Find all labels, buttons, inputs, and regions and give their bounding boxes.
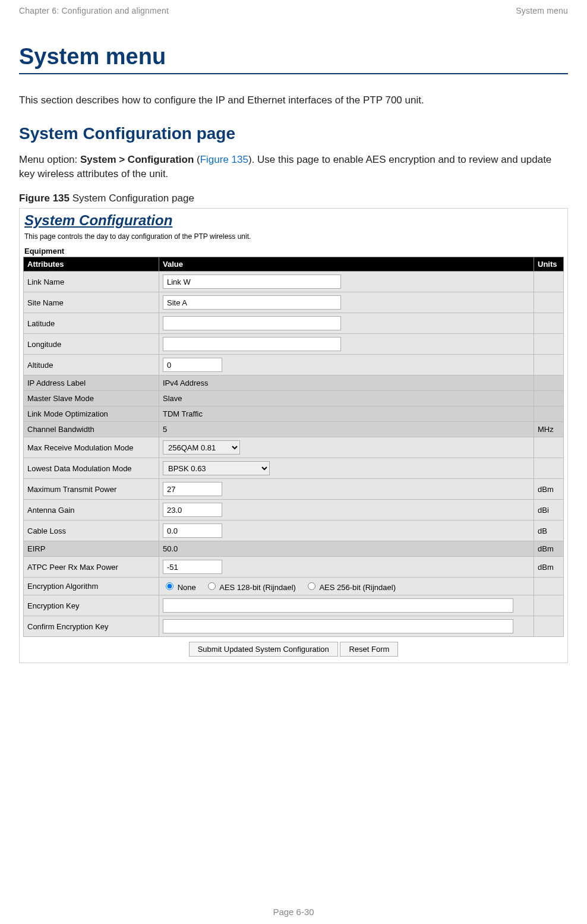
value-ip-address-label: IPv4 Address	[159, 376, 534, 391]
row-cable-loss: Cable Loss dB	[24, 521, 564, 541]
row-link-mode-optimization: Link Mode Optimization TDM Traffic	[24, 406, 564, 422]
input-atpc[interactable]	[163, 560, 222, 574]
label-encryption-key: Encryption Key	[24, 595, 159, 616]
input-antenna-gain[interactable]	[163, 503, 222, 517]
row-latitude: Latitude	[24, 313, 564, 334]
value-master-slave-mode: Slave	[159, 391, 534, 406]
units-channel-bandwidth: MHz	[534, 422, 564, 437]
input-latitude[interactable]	[163, 316, 341, 330]
intro-paragraph: This section describes how to configure …	[19, 93, 568, 108]
input-link-name[interactable]	[163, 275, 341, 289]
input-altitude[interactable]	[163, 358, 222, 372]
section-heading: System Configuration page	[19, 124, 568, 143]
label-lowest-data-modulation: Lowest Data Modulation Mode	[24, 458, 159, 479]
radio-encryption-aes256[interactable]	[308, 582, 315, 590]
input-confirm-encryption-key[interactable]	[163, 619, 513, 633]
row-eirp: EIRP 50.0 dBm	[24, 541, 564, 557]
units-eirp: dBm	[534, 541, 564, 557]
label-confirm-encryption-key: Confirm Encryption Key	[24, 616, 159, 637]
input-encryption-key[interactable]	[163, 598, 513, 613]
row-site-name: Site Name	[24, 292, 564, 313]
close-paren: ).	[248, 154, 257, 165]
figure-caption-label: Figure 135	[19, 193, 70, 204]
units-encryption-key	[534, 595, 564, 616]
row-altitude: Altitude	[24, 355, 564, 376]
radio-label-none[interactable]: None	[163, 583, 196, 592]
open-paren: (	[194, 154, 200, 165]
units-cable-loss: dB	[534, 521, 564, 541]
value-link-mode-optimization: TDM Traffic	[159, 406, 534, 422]
equipment-heading: Equipment	[24, 247, 564, 256]
units-longitude	[534, 334, 564, 355]
units-link-name	[534, 272, 564, 292]
th-attributes: Attributes	[24, 257, 159, 272]
row-master-slave-mode: Master Slave Mode Slave	[24, 391, 564, 406]
th-value: Value	[159, 257, 534, 272]
units-lowest-data-modulation	[534, 458, 564, 479]
units-ip-address-label	[534, 376, 564, 391]
page-footer: Page 6-30	[0, 907, 587, 917]
row-link-name: Link Name	[24, 272, 564, 292]
header-chapter: Chapter 6: Configuration and alignment	[19, 6, 169, 15]
radio-encryption-none[interactable]	[166, 582, 173, 590]
value-eirp: 50.0	[159, 541, 534, 557]
menu-option-paragraph: Menu option: System > Configuration (Fig…	[19, 153, 568, 182]
reset-button[interactable]: Reset Form	[340, 642, 398, 657]
input-maximum-transmit-power[interactable]	[163, 482, 222, 496]
units-maximum-transmit-power: dBm	[534, 479, 564, 500]
submit-button[interactable]: Submit Updated System Configuration	[189, 642, 338, 657]
select-max-receive-modulation[interactable]: 256QAM 0.81	[163, 440, 240, 455]
label-atpc: ATPC Peer Rx Max Power	[24, 557, 159, 578]
select-lowest-data-modulation[interactable]: BPSK 0.63	[163, 461, 270, 475]
label-site-name: Site Name	[24, 292, 159, 313]
row-ip-address-label: IP Address Label IPv4 Address	[24, 376, 564, 391]
row-maximum-transmit-power: Maximum Transmit Power dBm	[24, 479, 564, 500]
panel-title: System Configuration	[24, 212, 564, 229]
label-longitude: Longitude	[24, 334, 159, 355]
radio-text-aes256: AES 256-bit (Rijndael)	[319, 583, 396, 592]
row-longitude: Longitude	[24, 334, 564, 355]
menu-option-path: System > Configuration	[80, 154, 194, 165]
label-maximum-transmit-power: Maximum Transmit Power	[24, 479, 159, 500]
menu-option-prefix: Menu option:	[19, 154, 80, 165]
label-link-name: Link Name	[24, 272, 159, 292]
label-altitude: Altitude	[24, 355, 159, 376]
label-cable-loss: Cable Loss	[24, 521, 159, 541]
row-channel-bandwidth: Channel Bandwidth 5 MHz	[24, 422, 564, 437]
row-lowest-data-modulation: Lowest Data Modulation Mode BPSK 0.63	[24, 458, 564, 479]
page-title: System menu	[19, 44, 568, 70]
configuration-table: Attributes Value Units Link Name Site Na…	[23, 257, 564, 637]
title-rule	[19, 73, 568, 74]
input-longitude[interactable]	[163, 337, 341, 351]
radio-label-aes256[interactable]: AES 256-bit (Rijndael)	[305, 583, 396, 592]
label-link-mode-optimization: Link Mode Optimization	[24, 406, 159, 422]
units-latitude	[534, 313, 564, 334]
units-link-mode-optimization	[534, 406, 564, 422]
row-encryption-algorithm: Encryption Algorithm None AES 128-bit (R…	[24, 578, 564, 595]
input-cable-loss[interactable]	[163, 524, 222, 538]
th-units: Units	[534, 257, 564, 272]
figure-reference-link[interactable]: Figure 135	[200, 154, 248, 165]
row-antenna-gain: Antenna Gain dBi	[24, 500, 564, 521]
row-encryption-key: Encryption Key	[24, 595, 564, 616]
label-encryption-algorithm: Encryption Algorithm	[24, 578, 159, 595]
units-altitude	[534, 355, 564, 376]
label-latitude: Latitude	[24, 313, 159, 334]
row-confirm-encryption-key: Confirm Encryption Key	[24, 616, 564, 637]
label-ip-address-label: IP Address Label	[24, 376, 159, 391]
units-atpc: dBm	[534, 557, 564, 578]
label-max-receive-modulation: Max Receive Modulation Mode	[24, 437, 159, 458]
label-eirp: EIRP	[24, 541, 159, 557]
label-antenna-gain: Antenna Gain	[24, 500, 159, 521]
value-channel-bandwidth: 5	[159, 422, 534, 437]
radio-label-aes128[interactable]: AES 128-bit (Rijndael)	[205, 583, 296, 592]
units-master-slave-mode	[534, 391, 564, 406]
units-site-name	[534, 292, 564, 313]
radio-text-none: None	[178, 583, 196, 592]
units-antenna-gain: dBi	[534, 500, 564, 521]
panel-subtitle: This page controls the day to day config…	[24, 232, 564, 241]
input-site-name[interactable]	[163, 295, 341, 310]
label-master-slave-mode: Master Slave Mode	[24, 391, 159, 406]
label-channel-bandwidth: Channel Bandwidth	[24, 422, 159, 437]
radio-encryption-aes128[interactable]	[208, 582, 216, 590]
